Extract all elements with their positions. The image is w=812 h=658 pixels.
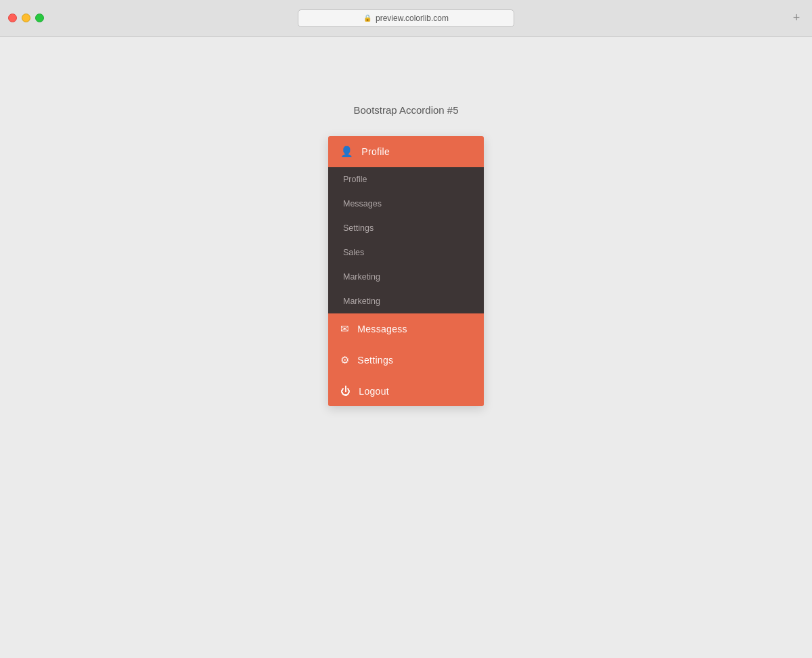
sub-item-messages[interactable]: Messages	[328, 192, 484, 216]
close-button[interactable]	[8, 14, 17, 22]
accordion: 👤 Profile Profile Messages Settings Sale…	[328, 136, 484, 406]
sub-item-marketing-1[interactable]: Marketing	[328, 265, 484, 289]
logout-label: Logout	[359, 386, 389, 397]
new-tab-button[interactable]: +	[789, 11, 804, 26]
profile-label: Profile	[361, 146, 390, 157]
sub-item-sales[interactable]: Sales	[328, 240, 484, 265]
envelope-icon: ✉	[340, 323, 349, 335]
accordion-body-profile: Profile Messages Settings Sales Marketin…	[328, 167, 484, 313]
user-icon: 👤	[340, 146, 353, 158]
url-text: preview.colorlib.com	[376, 14, 449, 23]
accordion-header-logout[interactable]: ⏻ Logout	[328, 376, 484, 406]
sub-item-marketing-2[interactable]: Marketing	[328, 289, 484, 313]
page-content: Bootstrap Accordion #5 👤 Profile Profile…	[0, 37, 812, 658]
accordion-header-messagess[interactable]: ✉ Messagess	[328, 313, 484, 345]
accordion-item-settings: ⚙ Settings	[328, 345, 484, 376]
traffic-lights	[8, 14, 44, 22]
lock-icon: 🔒	[363, 14, 371, 22]
accordion-item-messagess: ✉ Messagess	[328, 313, 484, 345]
maximize-button[interactable]	[35, 14, 44, 22]
minimize-button[interactable]	[22, 14, 30, 22]
accordion-header-settings[interactable]: ⚙ Settings	[328, 345, 484, 376]
address-bar[interactable]: 🔒 preview.colorlib.com	[298, 9, 514, 27]
messagess-label: Messagess	[357, 324, 407, 334]
settings-label: Settings	[357, 355, 393, 366]
sub-item-settings[interactable]: Settings	[328, 216, 484, 240]
accordion-item-logout: ⏻ Logout	[328, 376, 484, 406]
page-title: Bootstrap Accordion #5	[353, 104, 458, 116]
sub-item-profile[interactable]: Profile	[328, 167, 484, 192]
browser-chrome: 🔒 preview.colorlib.com +	[0, 0, 812, 37]
accordion-header-profile[interactable]: 👤 Profile	[328, 136, 484, 167]
gear-icon: ⚙	[340, 354, 349, 366]
accordion-item-profile: 👤 Profile Profile Messages Settings Sale…	[328, 136, 484, 313]
power-icon: ⏻	[340, 385, 351, 397]
